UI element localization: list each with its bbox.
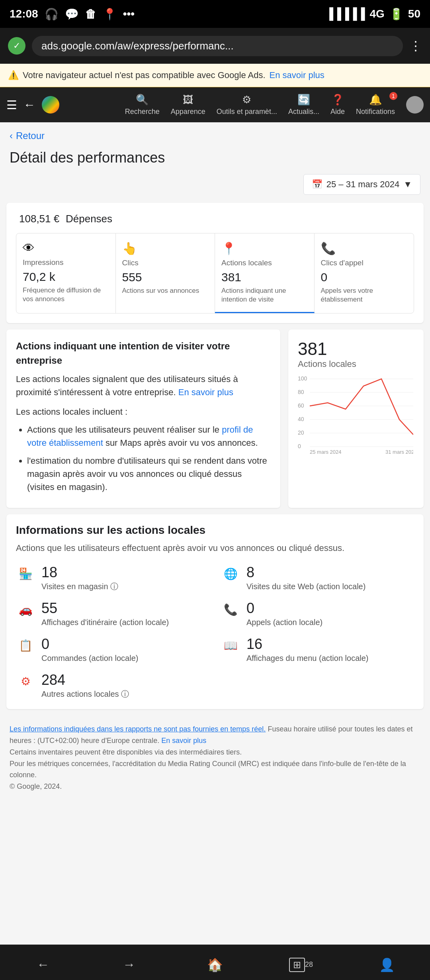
expenses-label: Dépenses — [66, 213, 112, 225]
date-range-label: 25 – 31 mars 2024 — [326, 179, 399, 190]
chart-label: Actions locales — [298, 359, 414, 369]
svg-text:0: 0 — [298, 443, 301, 449]
metric-impressions[interactable]: 👁 Impressions 70,2 k Fréquence de diffus… — [16, 233, 116, 313]
appearance-icon: 🖼 — [183, 94, 193, 106]
action-calls-details: 0 Appels (action locale) — [246, 600, 322, 628]
back-label: Retour — [16, 130, 45, 141]
action-orders-details: 0 Commandes (action locale) — [41, 636, 138, 664]
action-directions-details: 55 Affichages d'itinéraire (action local… — [41, 600, 169, 628]
nav-item-outils[interactable]: ⚙ Outils et paramèt... — [217, 94, 277, 116]
profile-link[interactable]: profil de votre établissement — [27, 425, 253, 448]
action-directions: 🚗 55 Affichages d'itinéraire (action loc… — [16, 600, 209, 628]
bell-icon: 🔔 — [369, 94, 382, 106]
menu-views-label: Affichages du menu (action locale) — [246, 653, 368, 664]
calls-icon: 📞 — [221, 600, 240, 619]
directions-icon: 🚗 — [16, 600, 35, 619]
action-orders: 📋 0 Commandes (action locale) — [16, 636, 209, 664]
tabs-icon: ⊞ — [289, 958, 305, 972]
action-store-visits: 🏪 18 Visites en magasin ⓘ — [16, 564, 209, 592]
metric-actions-locales[interactable]: 📍 Actions locales 381 Actions indiquant … — [215, 233, 315, 313]
status-bar: 12:08 🎧 💬 🗑 📍 ••• ▐▐▐▐▐ 4G 🔋 50 — [0, 0, 430, 28]
actions-locales-label: Actions locales — [221, 259, 308, 267]
nav-notifications-label: Notifications — [356, 108, 395, 116]
metrics-grid: 👁 Impressions 70,2 k Fréquence de diffus… — [16, 233, 414, 314]
footer-line1: Les informations indiquées dans les rapp… — [10, 723, 420, 747]
status-right: ▐▐▐▐▐ 4G 🔋 50 — [325, 8, 420, 21]
url-bar[interactable]: ads.google.com/aw/express/performanc... — [32, 36, 403, 56]
other-actions-icon: ⚙ — [16, 672, 35, 691]
actions-locales-value: 381 — [221, 270, 308, 284]
calendar-icon: 📅 — [312, 179, 322, 190]
nav-bar: ☰ ← 🔍 Recherche 🖼 Apparence ⚙ Outils et … — [0, 87, 430, 122]
store-icon: 🏪 — [16, 564, 35, 583]
svg-text:31 mars 2024: 31 mars 2024 — [385, 449, 413, 455]
clics-value: 555 — [122, 270, 209, 284]
clics-icon: 👆 — [122, 241, 209, 255]
nav-right: 🔍 Recherche 🖼 Apparence ⚙ Outils et para… — [125, 94, 424, 116]
location-icon: 📍 — [103, 8, 117, 21]
other-actions-details: 284 Autres actions locales ⓘ — [41, 672, 129, 700]
other-actions-value: 284 — [41, 672, 129, 688]
info-title: Actions indiquant une intention de visit… — [16, 339, 271, 368]
help-icon: ❓ — [331, 94, 344, 106]
status-left: 12:08 🎧 💬 🗑 📍 ••• — [10, 8, 135, 21]
footer-link2[interactable]: En savoir plus — [161, 737, 206, 745]
clics-appel-sub: Appels vers votre établissement — [321, 286, 408, 304]
bottom-forward-button[interactable]: → — [113, 949, 145, 980]
nav-outils-label: Outils et paramèt... — [217, 108, 277, 116]
bottom-back-button[interactable]: ← — [27, 949, 59, 980]
browser-menu-button[interactable]: ⋮ — [409, 38, 422, 53]
expenses-amount: 108,51 € — [19, 213, 59, 225]
menu-views-value: 16 — [246, 636, 368, 653]
store-visits-label: Visites en magasin ⓘ — [41, 581, 118, 592]
info-section: Actions indiquant une intention de visit… — [6, 329, 424, 508]
back-link[interactable]: ‹ Retour — [0, 122, 430, 145]
signal-icon: ▐▐▐▐▐ — [325, 8, 365, 20]
metric-clics[interactable]: 👆 Clics 555 Actions sur vos annonces — [116, 233, 215, 313]
expenses-row: 108,51 € Dépenses — [16, 212, 414, 225]
back-chevron-icon: ‹ — [10, 130, 13, 141]
notifications-badge: 1 — [389, 92, 397, 100]
dropdown-icon: ▼ — [403, 179, 412, 190]
battery-level: 50 — [408, 8, 420, 20]
calls-value: 0 — [246, 600, 322, 617]
metric-clics-appel[interactable]: 📞 Clics d'appel 0 Appels vers votre étab… — [315, 233, 414, 313]
nav-item-recherche[interactable]: 🔍 Recherche — [125, 94, 160, 116]
footer-link1[interactable]: Les informations indiquées dans les rapp… — [10, 725, 266, 733]
footer-line3: Pour les métriques concernées, l'accrédi… — [10, 758, 420, 781]
bottom-home-button[interactable]: 🏠 — [199, 949, 231, 980]
nav-recherche-label: Recherche — [125, 108, 160, 116]
headphone-icon: 🎧 — [45, 8, 59, 21]
local-actions-desc: Actions que les utilisateurs effectuent … — [16, 541, 414, 555]
bottom-profile-button[interactable]: 👤 — [371, 949, 403, 980]
svg-text:40: 40 — [298, 416, 304, 422]
nav-back-icon[interactable]: ← — [23, 98, 35, 112]
warning-link[interactable]: En savoir plus — [270, 70, 324, 80]
nav-left: ☰ ← — [6, 96, 59, 114]
nav-item-notifications[interactable]: 🔔 1 Notifications — [356, 94, 395, 116]
date-range-row: 📅 25 – 31 mars 2024 ▼ — [0, 174, 430, 203]
line-chart: 100 80 60 40 20 0 — [298, 376, 413, 455]
nav-item-actualis[interactable]: 🔄 Actualis... — [288, 94, 319, 116]
warning-banner: ⚠️ Votre navigateur actuel n'est pas com… — [0, 64, 430, 87]
warning-icon: ⚠️ — [8, 70, 19, 80]
orders-label: Commandes (action locale) — [41, 653, 138, 664]
search-icon: 🔍 — [136, 94, 149, 106]
svg-text:100: 100 — [298, 376, 307, 382]
action-website-visits: 🌐 8 Visites du site Web (action locale) — [221, 564, 414, 592]
nav-item-aide[interactable]: ❓ Aide — [330, 94, 345, 116]
nav-item-apparence[interactable]: 🖼 Apparence — [171, 94, 205, 116]
impressions-icon: 👁 — [23, 241, 109, 255]
bottom-nav: ← → 🏠 ⊞ 28 👤 — [0, 945, 430, 980]
tools-icon: ⚙ — [242, 94, 251, 106]
bottom-tabs-button[interactable]: ⊞ 28 — [285, 949, 317, 980]
impressions-sub: Fréquence de diffusion de vos annonces — [23, 286, 109, 304]
info-link[interactable]: En savoir plus — [178, 387, 233, 397]
actions-locales-sub: Actions indiquant une intention de visit… — [221, 286, 308, 304]
date-range-button[interactable]: 📅 25 – 31 mars 2024 ▼ — [303, 174, 420, 195]
user-avatar[interactable] — [406, 96, 424, 114]
info-desc: Les actions locales signalent que des ut… — [16, 372, 271, 399]
other-actions-label: Autres actions locales ⓘ — [41, 688, 129, 700]
action-calls: 📞 0 Appels (action locale) — [221, 600, 414, 628]
hamburger-icon[interactable]: ☰ — [6, 98, 17, 112]
